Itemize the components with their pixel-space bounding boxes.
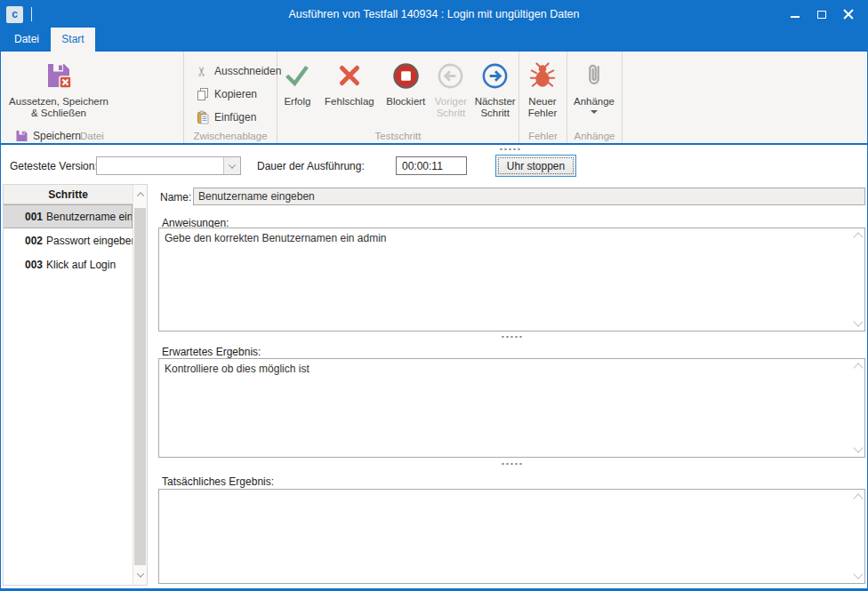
pass-label: Erfolg xyxy=(284,96,310,108)
splitter-grip-instructions[interactable] xyxy=(501,335,522,339)
execution-toolbar: Getestete Version: Dauer der Ausführung:… xyxy=(1,145,867,184)
splitter-grip-expected[interactable] xyxy=(501,462,522,466)
step-detail-form: Name: Anweisungen: Gebe den korrekten Be… xyxy=(158,184,865,586)
window-title: Ausführen von Testfall 140934 : Login mi… xyxy=(108,1,760,28)
step-label: Benutzername eingeben xyxy=(46,211,133,223)
new-defect-button[interactable]: Neuer Fehler xyxy=(519,54,566,119)
list-item-step-3[interactable]: 003 Klick auf Login xyxy=(4,252,133,276)
step-number: 002 xyxy=(25,235,43,247)
step-number: 003 xyxy=(25,259,43,271)
expected-result-textarea[interactable]: Kontrolliere ob dies möglich ist xyxy=(159,359,864,457)
splitter-grip-top[interactable] xyxy=(499,148,520,151)
close-button[interactable] xyxy=(835,1,862,28)
step-label: Passwort eingeben xyxy=(46,235,133,247)
prev-step-label: Voriger Schritt xyxy=(430,96,472,119)
fail-button[interactable]: Fehlschlag xyxy=(317,54,382,143)
duration-label: Dauer der Ausführung: xyxy=(257,160,365,172)
steps-panel: Schritte 001 Benutzername eingeben 002 P… xyxy=(3,184,148,586)
chevron-down-icon xyxy=(229,161,236,168)
copy-icon xyxy=(195,87,210,102)
attachments-label: Anhänge xyxy=(574,96,615,108)
blocked-label: Blockiert xyxy=(386,96,425,108)
stop-circle-icon xyxy=(391,58,421,93)
tab-datei[interactable]: Datei xyxy=(8,28,45,52)
ribbon-empty-area xyxy=(623,52,867,143)
name-label: Name: xyxy=(160,191,191,204)
actual-result-textarea[interactable] xyxy=(159,490,864,583)
scroll-down-icon[interactable] xyxy=(133,567,147,583)
steps-header: Schritte xyxy=(4,185,133,204)
scissors-icon: ✂ xyxy=(195,64,210,79)
app-icon[interactable]: c xyxy=(6,6,23,23)
fail-x-icon xyxy=(335,58,364,93)
combo-dropdown-button[interactable] xyxy=(223,157,240,174)
fail-label: Fehlschlag xyxy=(325,96,374,108)
suspend-save-close-button[interactable]: Aussetzen, Speichern & Schließen xyxy=(8,54,109,119)
arrow-left-circle-icon xyxy=(436,58,465,93)
ribbon-group-fehler: Neuer Fehler Fehler xyxy=(519,52,567,143)
instructions-textbox: Gebe den korrekten Benutzernamen ein adm… xyxy=(158,228,865,331)
paperclip-icon xyxy=(581,58,607,93)
maximize-icon xyxy=(817,11,826,19)
copy-label: Kopieren xyxy=(214,88,257,100)
pass-button[interactable]: Erfolg xyxy=(277,54,317,143)
ribbon-group-zwischenablage: ✂ Ausschneiden Kopieren xyxy=(184,52,277,143)
ribbon-group-testschritt: Erfolg Fehlschlag Blockiert xyxy=(277,52,519,143)
next-step-button[interactable]: Nächster Schritt xyxy=(471,54,518,143)
instructions-textarea[interactable]: Gebe den korrekten Benutzernamen ein adm… xyxy=(159,228,864,331)
ribbon-tab-row: Datei Start xyxy=(1,28,867,52)
group-label-zwischenablage: Zwischenablage xyxy=(184,131,277,141)
prev-step-button[interactable]: Voriger Schritt xyxy=(430,54,472,143)
close-icon xyxy=(843,9,854,20)
group-label-datei: Datei xyxy=(1,131,183,141)
cut-button[interactable]: ✂ Ausschneiden xyxy=(195,60,281,83)
floppy-x-icon xyxy=(44,58,74,93)
group-label-anhaenge: Anhänge xyxy=(567,131,622,141)
actual-result-label: Tatsächliches Ergebnis: xyxy=(162,475,274,488)
stop-clock-button[interactable]: Uhr stoppen xyxy=(495,155,576,177)
minimize-button[interactable] xyxy=(782,1,808,28)
paste-label: Einfügen xyxy=(214,111,256,124)
suspend-save-close-label: Aussetzen, Speichern & Schließen xyxy=(8,96,109,119)
maximize-button[interactable] xyxy=(808,1,835,28)
copy-button[interactable]: Kopieren xyxy=(195,83,281,106)
clipboard-icon xyxy=(195,110,210,125)
attachments-button[interactable]: Anhänge xyxy=(567,54,621,114)
ribbon-group-anhaenge: Anhänge Anhänge xyxy=(567,52,623,143)
minimize-icon xyxy=(791,16,800,18)
attachments-dropdown-icon xyxy=(591,110,598,114)
group-label-fehler: Fehler xyxy=(519,131,567,141)
actual-result-textbox xyxy=(158,489,865,584)
tab-start[interactable]: Start xyxy=(51,28,95,52)
arrow-right-circle-icon xyxy=(480,58,510,93)
step-number: 001 xyxy=(25,211,43,223)
ribbon-group-datei: Aussetzen, Speichern & Schließen Speiche… xyxy=(1,52,184,143)
blocked-button[interactable]: Blockiert xyxy=(382,54,430,143)
list-item-step-1[interactable]: 001 Benutzername eingeben xyxy=(4,204,133,228)
tested-version-label: Getestete Version: xyxy=(10,160,98,172)
scrollbar-thumb[interactable] xyxy=(134,208,146,565)
check-icon xyxy=(283,58,311,93)
list-item-step-2[interactable]: 002 Passwort eingeben xyxy=(4,228,133,252)
tested-version-combobox[interactable] xyxy=(96,156,241,175)
ribbon: Aussetzen, Speichern & Schließen Speiche… xyxy=(1,52,867,143)
expected-result-label: Erwartetes Ergebnis: xyxy=(162,346,261,358)
titlebar-separator xyxy=(31,7,32,21)
app-window: c Ausführen von Testfall 140934 : Login … xyxy=(0,0,868,591)
cut-label: Ausschneiden xyxy=(214,65,281,77)
expected-result-textbox: Kontrolliere ob dies möglich ist xyxy=(158,358,865,458)
steps-list: Schritte 001 Benutzername eingeben 002 P… xyxy=(4,185,133,585)
group-label-testschritt: Testschritt xyxy=(277,131,518,141)
name-field[interactable] xyxy=(193,188,865,205)
paste-button[interactable]: Einfügen xyxy=(195,106,281,129)
new-defect-label: Neuer Fehler xyxy=(519,96,566,119)
duration-field[interactable] xyxy=(396,156,467,175)
step-label: Klick auf Login xyxy=(46,259,116,271)
bug-icon xyxy=(529,58,556,93)
scroll-up-icon[interactable] xyxy=(133,187,147,203)
next-step-label: Nächster Schritt xyxy=(471,96,518,119)
title-bar: c Ausführen von Testfall 140934 : Login … xyxy=(1,1,867,28)
steps-scrollbar[interactable] xyxy=(133,185,147,585)
